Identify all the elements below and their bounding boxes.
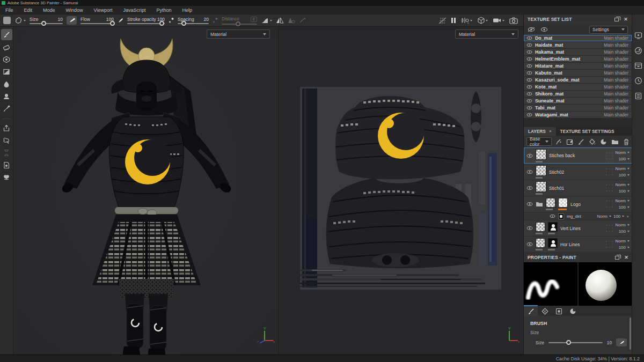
close-icon[interactable]: ✕: [624, 255, 628, 260]
menu-python[interactable]: Python: [151, 8, 177, 13]
undock-icon[interactable]: [614, 18, 619, 21]
geometry-decal-icon[interactable]: [1, 135, 12, 146]
brush-preset-button[interactable]: [67, 16, 77, 25]
show-all-eye-icon[interactable]: [528, 27, 535, 32]
menu-javascript[interactable]: JavaScript: [118, 8, 151, 13]
viewport-3d[interactable]: Material Y x z: [13, 27, 277, 354]
eraser-tool[interactable]: [1, 41, 12, 53]
menu-viewport[interactable]: Viewport: [89, 8, 118, 13]
projection-tool[interactable]: [1, 54, 12, 65]
blend-mode-dropdown[interactable]: Norm: [615, 182, 630, 187]
texture-set-row[interactable]: Shikoro_mat Main shader: [524, 91, 632, 97]
delete-layer-icon[interactable]: [623, 138, 630, 145]
blend-mode-dropdown[interactable]: Norm: [597, 214, 611, 219]
layer-thumbnail[interactable]: [536, 149, 546, 160]
properties-scrollbar[interactable]: [630, 317, 631, 350]
eye-icon[interactable]: [526, 92, 532, 96]
opacity-dropdown[interactable]: 100: [619, 205, 630, 210]
flow-slider[interactable]: [80, 23, 114, 24]
eye-icon[interactable]: [526, 186, 533, 190]
size-slider[interactable]: [30, 23, 63, 24]
menu-edit[interactable]: Edit: [19, 8, 38, 13]
stroke-opacity-slider[interactable]: [127, 23, 165, 24]
menu-window[interactable]: Window: [61, 8, 89, 13]
shader-assignment[interactable]: Main shader: [604, 105, 628, 110]
opacity-dropdown[interactable]: 100: [613, 214, 624, 219]
layer-row[interactable]: Vert Lines Norm 100: [524, 220, 632, 236]
texture-set-row[interactable]: Haidate_mat Main shader: [524, 42, 632, 48]
pause-engine-icon[interactable]: [451, 18, 456, 23]
eye-icon[interactable]: [526, 99, 532, 103]
polygon-fill-tool[interactable]: [1, 66, 12, 77]
radial-symmetry-icon[interactable]: [288, 17, 295, 24]
add-group-folder-icon[interactable]: [611, 139, 619, 145]
layer-name[interactable]: Stich02: [549, 169, 564, 175]
brush-size-pen-button[interactable]: [616, 338, 627, 346]
eye-icon[interactable]: [526, 78, 532, 82]
brush-size-slider[interactable]: [548, 342, 603, 343]
shader-assignment[interactable]: Main shader: [604, 35, 628, 41]
stroke-preview[interactable]: [524, 262, 577, 306]
channel-filter-dropdown[interactable]: Base color: [526, 137, 552, 146]
mask-slot[interactable]: [606, 201, 613, 208]
lazy-mouse-icon[interactable]: [299, 17, 306, 24]
visibility-eye-icon[interactable]: [540, 27, 548, 32]
eye-icon[interactable]: [526, 64, 532, 68]
eye-icon[interactable]: [526, 169, 533, 174]
shader-assignment[interactable]: Main shader: [604, 63, 628, 69]
texture-set-row[interactable]: Do_mat Main shader: [524, 35, 632, 41]
shading-mode-dropdown-3d[interactable]: Material: [207, 29, 270, 39]
close-icon[interactable]: ✕: [624, 17, 628, 21]
video-camera-icon[interactable]: [493, 17, 504, 24]
menu-file[interactable]: File: [0, 8, 19, 13]
resources-icon[interactable]: [1, 159, 12, 171]
group-thumbnail[interactable]: [546, 198, 555, 208]
effect-thumbnail[interactable]: [558, 213, 564, 219]
layer-row[interactable]: Stich02 Norm 100: [524, 164, 632, 180]
add-paint-layer-icon[interactable]: [577, 138, 584, 145]
display-settings-icon[interactable]: [634, 32, 642, 39]
eye-icon[interactable]: [526, 226, 533, 231]
texture-set-row[interactable]: Watagami_mat Main shader: [524, 112, 632, 118]
texture-set-row[interactable]: Kabuto_mat Main shader: [524, 70, 632, 76]
eye-icon[interactable]: [526, 106, 532, 110]
falloff-curve-icon[interactable]: [261, 17, 272, 24]
layer-effect-row[interactable]: mg_dirt Norm 100 ×: [524, 212, 632, 220]
mask-slot[interactable]: [606, 152, 613, 159]
tab-stencil[interactable]: [552, 306, 566, 316]
eye-icon[interactable]: [526, 153, 533, 158]
effect-name[interactable]: mg_dirt: [567, 214, 581, 219]
layer-name[interactable]: Vert Lines: [560, 226, 581, 231]
texture-set-row[interactable]: Kote_mat Main shader: [524, 84, 632, 90]
texture-set-drawer-icon[interactable]: [634, 62, 642, 69]
uv-canvas[interactable]: [279, 27, 523, 354]
samurai-model[interactable]: [13, 27, 277, 354]
layer-name[interactable]: Stiches back: [549, 153, 575, 158]
tab-texture-set-settings[interactable]: TEXTURE SET SETTINGS: [556, 127, 619, 136]
add-mask-icon[interactable]: [566, 138, 573, 145]
blend-mode-dropdown[interactable]: Norm: [615, 239, 630, 243]
layer-thumbnail[interactable]: [536, 181, 546, 192]
opacity-dropdown[interactable]: 100: [619, 229, 630, 234]
tab-material[interactable]: [566, 306, 580, 316]
eye-icon[interactable]: [526, 71, 532, 75]
menu-mode[interactable]: Mode: [38, 8, 61, 13]
shading-mode-dropdown-2d[interactable]: Material: [455, 29, 518, 39]
layer-thumbnail[interactable]: [536, 238, 545, 248]
alpha-shape-icon[interactable]: [14, 17, 26, 24]
smudge-tool[interactable]: [1, 78, 12, 90]
opacity-dropdown[interactable]: 100: [619, 245, 630, 250]
mask-slot[interactable]: [606, 241, 613, 248]
spacing-slider[interactable]: [178, 23, 209, 24]
layer-row[interactable]: Stiches back Norm 100: [524, 147, 632, 164]
tab-brush[interactable]: [524, 306, 538, 316]
eye-icon[interactable]: [526, 36, 532, 40]
layer-name[interactable]: Stich01: [549, 186, 564, 191]
shader-settings-icon[interactable]: [634, 47, 642, 55]
paint-tool[interactable]: [1, 29, 12, 40]
layer-thumbnail[interactable]: [536, 222, 545, 232]
spacing-value[interactable]: 20: [204, 17, 209, 21]
material-picker-tool[interactable]: [1, 103, 12, 114]
blend-mode-dropdown[interactable]: Norm: [615, 166, 630, 171]
eye-icon[interactable]: [526, 50, 532, 54]
